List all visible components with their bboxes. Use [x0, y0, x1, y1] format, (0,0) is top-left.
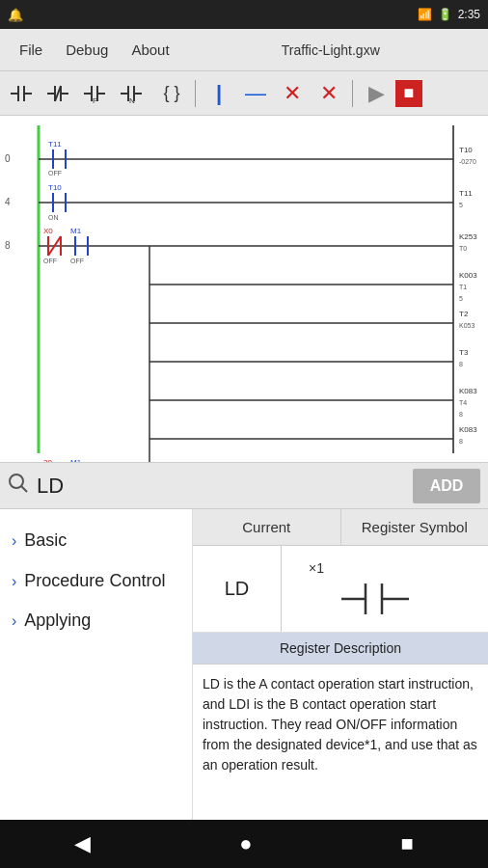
- toolbar: P N { } | — ✕ ✕ ▶ ■: [0, 71, 488, 116]
- status-right: 📶 🔋 2:35: [418, 8, 480, 21]
- search-bar: ADD: [0, 463, 488, 509]
- svg-text:K003: K003: [459, 271, 477, 280]
- signal-icon: 📶: [418, 8, 432, 21]
- register-description-header: Register Description: [193, 633, 488, 665]
- coil-button[interactable]: { }: [154, 76, 189, 111]
- home-button[interactable]: ●: [239, 831, 252, 856]
- add-button[interactable]: ADD: [413, 469, 480, 503]
- nav-label-applying: Applying: [24, 610, 91, 632]
- svg-text:K053: K053: [459, 322, 474, 329]
- contact-p-button[interactable]: P: [81, 76, 116, 111]
- svg-text:5: 5: [459, 295, 463, 302]
- status-left: 🔔: [8, 8, 23, 22]
- delete-coil-button[interactable]: ✕: [312, 76, 346, 111]
- vertical-line-button[interactable]: |: [202, 76, 236, 111]
- svg-text:OFF: OFF: [70, 258, 84, 264]
- svg-text:T3: T3: [459, 348, 469, 357]
- ladder-svg: T11 OFF T10 -0270 T10 ON T11 5 X0 OFF M1…: [0, 116, 488, 462]
- svg-text:T10: T10: [48, 183, 62, 192]
- svg-line-92: [21, 486, 27, 492]
- menu-file[interactable]: File: [8, 36, 54, 64]
- svg-text:X0: X0: [43, 227, 53, 235]
- contact-symbol-svg: [341, 580, 428, 618]
- right-panel: Current Register Symbol LD ×1 Register D…: [193, 509, 488, 866]
- svg-text:T11: T11: [48, 140, 62, 149]
- cell-current-ld: LD: [193, 546, 282, 632]
- delete-contact-button[interactable]: ✕: [275, 76, 310, 111]
- nav-arrow-applying: ›: [12, 612, 16, 630]
- nav-label-basic: Basic: [24, 530, 67, 552]
- svg-text:T2: T2: [459, 310, 469, 318]
- window-title: Traffic-Light.gxw: [181, 42, 480, 58]
- cell-symbol-ld: ×1: [282, 546, 488, 632]
- svg-text:M1: M1: [70, 227, 82, 235]
- svg-text:4: 4: [5, 197, 11, 207]
- svg-text:-0270: -0270: [459, 158, 476, 165]
- svg-text:N: N: [129, 96, 135, 105]
- svg-text:8: 8: [459, 438, 463, 445]
- search-input[interactable]: [37, 469, 405, 503]
- nav-bar: ◀ ● ■: [0, 820, 488, 868]
- contact-no-button[interactable]: [8, 76, 42, 111]
- nav-label-procedure-control: Procedure Control: [24, 571, 165, 592]
- contact-n-button[interactable]: N: [118, 76, 152, 111]
- back-button[interactable]: ◀: [74, 831, 91, 856]
- svg-text:5: 5: [459, 202, 463, 208]
- horizontal-line-button[interactable]: —: [238, 76, 273, 111]
- table-row-ld: LD ×1: [193, 546, 488, 633]
- svg-text:K083: K083: [459, 425, 477, 434]
- svg-text:T10: T10: [459, 146, 473, 154]
- menu-about[interactable]: About: [120, 36, 180, 64]
- svg-text:M1: M1: [70, 458, 82, 462]
- nav-arrow-basic: ›: [12, 532, 16, 550]
- svg-text:ON: ON: [48, 214, 59, 221]
- svg-text:T4: T4: [459, 399, 467, 406]
- nav-arrow-procedure-control: ›: [12, 573, 16, 590]
- header-current: Current: [193, 509, 341, 545]
- svg-text:K253: K253: [459, 232, 477, 241]
- nav-item-applying[interactable]: › Applying: [0, 601, 192, 641]
- menu-bar: File Debug About Traffic-Light.gxw: [0, 29, 488, 71]
- svg-text:T0: T0: [459, 245, 467, 252]
- ladder-area: T11 OFF T10 -0270 T10 ON T11 5 X0 OFF M1…: [0, 116, 488, 463]
- nav-item-basic[interactable]: › Basic: [0, 521, 192, 561]
- svg-text:20: 20: [43, 458, 52, 462]
- svg-text:T1: T1: [459, 284, 467, 290]
- toolbar-separator-1: [195, 80, 196, 107]
- contact-nc-button[interactable]: [44, 76, 79, 111]
- svg-text:P: P: [93, 96, 97, 105]
- register-description-body: LD is the A contact operation start inst…: [193, 665, 488, 785]
- svg-text:8: 8: [5, 240, 11, 251]
- svg-text:K083: K083: [459, 387, 477, 395]
- symbol-x1-label: ×1: [309, 560, 324, 576]
- toolbar-separator-2: [352, 80, 353, 107]
- battery-icon: 🔋: [438, 8, 452, 21]
- bottom-panel: › Basic › Procedure Control › Applying C…: [0, 509, 488, 866]
- time-display: 2:35: [458, 8, 480, 21]
- status-bar: 🔔 📶 🔋 2:35: [0, 0, 488, 29]
- svg-text:OFF: OFF: [43, 258, 57, 264]
- search-icon: [8, 473, 29, 499]
- svg-text:0: 0: [5, 153, 11, 164]
- notification-icon: 🔔: [8, 8, 23, 22]
- svg-point-91: [10, 475, 23, 488]
- table-header: Current Register Symbol: [193, 509, 488, 546]
- nav-item-procedure-control[interactable]: › Procedure Control: [0, 561, 192, 602]
- left-nav: › Basic › Procedure Control › Applying: [0, 509, 193, 866]
- play-button[interactable]: ▶: [359, 76, 393, 111]
- svg-text:T11: T11: [459, 189, 473, 198]
- svg-text:8: 8: [459, 411, 463, 418]
- menu-debug[interactable]: Debug: [54, 36, 120, 64]
- svg-text:8: 8: [459, 361, 463, 367]
- header-register-symbol: Register Symbol: [341, 509, 489, 545]
- svg-text:OFF: OFF: [48, 170, 62, 176]
- recent-button[interactable]: ■: [401, 831, 414, 856]
- stop-button[interactable]: ■: [395, 80, 422, 107]
